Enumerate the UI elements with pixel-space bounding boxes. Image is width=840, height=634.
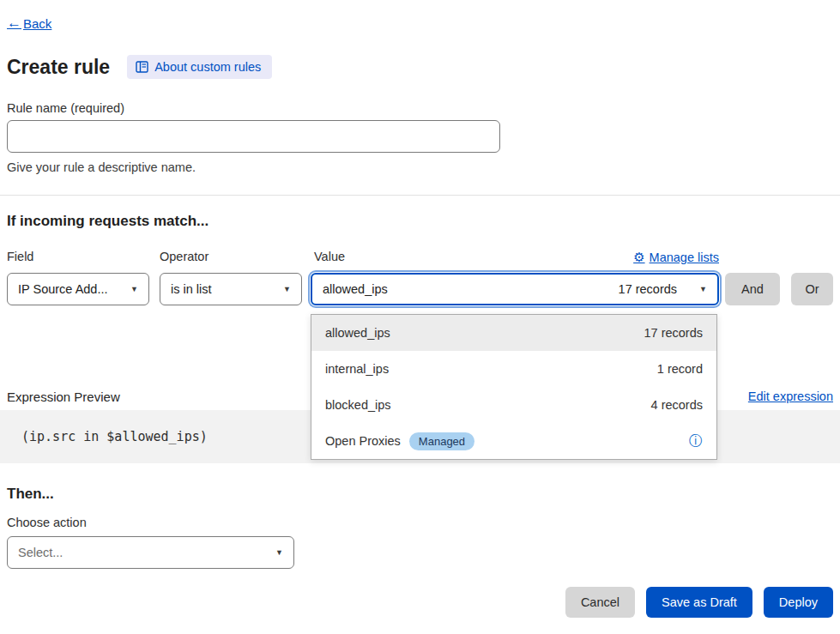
section-divider (0, 195, 840, 196)
page-title: Create rule (7, 56, 110, 79)
gear-icon: ⚙ (633, 250, 644, 265)
then-section-heading: Then... (7, 486, 54, 503)
value-dropdown-menu: allowed_ips 17 records internal_ips 1 re… (311, 314, 717, 460)
field-label: Field (7, 250, 33, 263)
deploy-button[interactable]: Deploy (764, 587, 833, 618)
field-select[interactable]: IP Source Add... ▼ (7, 273, 149, 305)
expression-preview-label: Expression Preview (7, 389, 120, 404)
match-section-heading: If incoming requests match... (7, 213, 208, 230)
chevron-down-icon: ▼ (699, 285, 707, 293)
chevron-down-icon: ▼ (283, 285, 291, 293)
rule-name-input[interactable] (7, 120, 500, 153)
manage-lists-label: Manage lists (650, 251, 719, 264)
and-button[interactable]: And (725, 273, 780, 305)
managed-badge: Managed (409, 432, 474, 450)
cancel-button[interactable]: Cancel (565, 587, 635, 618)
docs-icon (136, 61, 148, 73)
info-icon[interactable]: ⓘ (689, 432, 703, 450)
back-link-label: Back (23, 16, 51, 31)
back-arrow-icon: ← (7, 15, 21, 32)
expression-code: (ip.src in $allowed_ips) (21, 429, 208, 444)
save-as-draft-button[interactable]: Save as Draft (646, 587, 752, 618)
edit-expression-link[interactable]: Edit expression (748, 389, 833, 403)
list-item-name: allowed_ips (325, 326, 390, 340)
list-item-internal-ips[interactable]: internal_ips 1 record (311, 351, 716, 387)
about-custom-rules-label: About custom rules (154, 60, 261, 74)
list-item-meta: 17 records (644, 326, 703, 340)
manage-lists-link[interactable]: ⚙ Manage lists (633, 250, 719, 265)
list-item-open-proxies[interactable]: Open Proxies Managed ⓘ (311, 423, 716, 459)
operator-select-value: is in list (171, 282, 212, 296)
rule-name-helper: Give your rule a descriptive name. (7, 160, 196, 174)
chevron-down-icon: ▼ (130, 285, 138, 293)
list-item-blocked-ips[interactable]: blocked_ips 4 records (311, 387, 716, 423)
operator-select[interactable]: is in list ▼ (160, 273, 302, 305)
list-item-allowed-ips[interactable]: allowed_ips 17 records (311, 315, 716, 351)
list-item-name: Open Proxies (325, 434, 401, 448)
or-button[interactable]: Or (791, 273, 833, 305)
list-item-meta: 4 records (651, 398, 703, 412)
value-label: Value (314, 250, 345, 263)
create-rule-page: ←Back Create rule About custom rules Rul… (0, 0, 840, 634)
list-item-name: internal_ips (325, 362, 389, 376)
title-row: Create rule About custom rules (7, 55, 272, 79)
value-select[interactable]: allowed_ips 17 records ▼ (311, 273, 719, 305)
choose-action-label: Choose action (7, 516, 87, 529)
about-custom-rules-link[interactable]: About custom rules (127, 55, 272, 79)
list-item-name: blocked_ips (325, 398, 391, 412)
chevron-down-icon: ▼ (275, 548, 283, 557)
operator-label: Operator (160, 250, 208, 263)
action-select[interactable]: Select... ▼ (7, 536, 294, 569)
field-select-value: IP Source Add... (18, 282, 108, 296)
value-select-value: allowed_ips (323, 282, 388, 296)
list-item-meta: 1 record (657, 362, 703, 376)
rule-name-label: Rule name (required) (7, 101, 124, 115)
value-select-records: 17 records (619, 282, 678, 296)
back-link[interactable]: ←Back (7, 15, 51, 32)
footer-actions: Cancel Save as Draft Deploy (565, 587, 833, 618)
action-select-placeholder: Select... (18, 546, 63, 559)
